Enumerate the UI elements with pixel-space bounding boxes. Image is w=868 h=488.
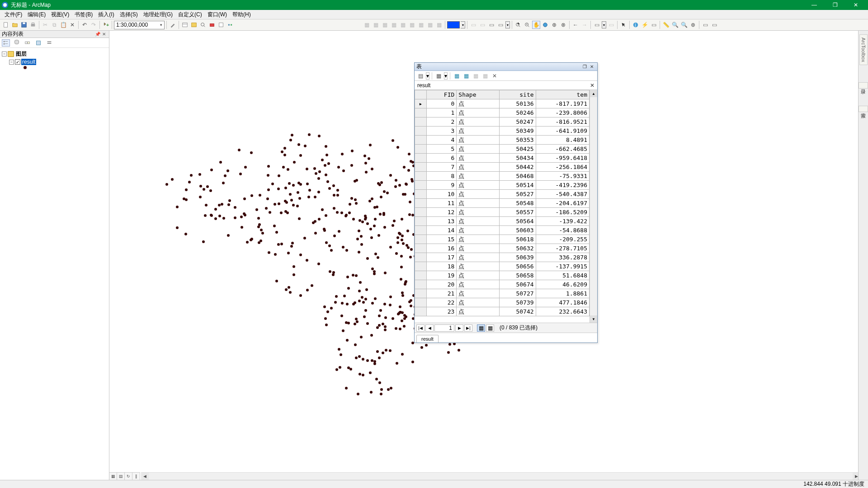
col-header-tem[interactable]: tem bbox=[536, 90, 589, 99]
cell-tem[interactable]: 477.1846 bbox=[536, 298, 589, 307]
nav-prev-button[interactable]: ◀ bbox=[425, 324, 434, 332]
attr-tbl-related-dd[interactable]: ▾ bbox=[444, 72, 448, 80]
cell-shape[interactable]: 点 bbox=[457, 163, 500, 172]
cell-shape[interactable]: 点 bbox=[457, 271, 500, 280]
refresh-button[interactable]: ↻ bbox=[125, 473, 132, 480]
toc-layer-toggle[interactable]: − bbox=[9, 60, 14, 65]
table-row[interactable]: 2点50247-816.9521 bbox=[415, 117, 590, 127]
menu-insert[interactable]: 插入(I) bbox=[95, 10, 117, 19]
dock-arctoolbox[interactable]: ArcToolbox bbox=[859, 34, 868, 65]
cell-shape[interactable]: 点 bbox=[457, 145, 500, 154]
menu-select[interactable]: 选择(S) bbox=[117, 10, 141, 19]
attr-table-tab[interactable]: result bbox=[416, 335, 439, 343]
cell-tem[interactable]: -278.7105 bbox=[536, 244, 589, 253]
attr-table-close-button[interactable]: ✕ bbox=[588, 64, 595, 70]
minimize-button[interactable]: — bbox=[804, 0, 825, 10]
toc-layer-checkbox[interactable]: ✓ bbox=[15, 59, 20, 65]
cell-site[interactable]: 50639 bbox=[500, 253, 536, 262]
table-row[interactable]: 6点50434-959.6418 bbox=[415, 154, 590, 163]
cut-button[interactable]: ✂ bbox=[41, 21, 49, 29]
cell-tem[interactable]: -75.9331 bbox=[536, 172, 589, 181]
cell-site[interactable]: 50425 bbox=[500, 145, 536, 154]
pause-button[interactable]: ‖ bbox=[132, 473, 140, 480]
row-selector[interactable] bbox=[415, 163, 427, 172]
attr-tbl-select-by-attr[interactable]: ▦ bbox=[453, 72, 461, 80]
table-row[interactable]: 13点50564-139.422 bbox=[415, 217, 590, 226]
cell-tem[interactable]: -186.5209 bbox=[536, 208, 589, 217]
cell-fid[interactable]: 9 bbox=[427, 181, 457, 190]
draw-btn2[interactable]: ▭ bbox=[478, 21, 486, 29]
cell-site[interactable]: 50632 bbox=[500, 244, 536, 253]
cell-tem[interactable]: 46.6209 bbox=[536, 280, 589, 289]
highlight-color-dd[interactable]: ▾ bbox=[461, 21, 465, 28]
cell-fid[interactable]: 16 bbox=[427, 244, 457, 253]
cell-site[interactable]: 50557 bbox=[500, 208, 536, 217]
table-row[interactable]: 12点50557-186.5209 bbox=[415, 208, 590, 217]
cell-shape[interactable]: 点 bbox=[457, 226, 500, 235]
row-selector[interactable] bbox=[415, 217, 427, 226]
cell-tem[interactable]: 336.2878 bbox=[536, 253, 589, 262]
cell-site[interactable]: 50658 bbox=[500, 271, 536, 280]
row-selector[interactable] bbox=[415, 145, 427, 154]
toc-options[interactable] bbox=[45, 39, 53, 47]
attr-tbl-options-dd[interactable]: ▾ bbox=[426, 72, 429, 80]
nav-next-button[interactable]: ▶ bbox=[455, 324, 463, 332]
cell-tem[interactable]: -817.1971 bbox=[536, 99, 589, 108]
cell-tem[interactable]: 1.8861 bbox=[536, 289, 589, 298]
toc-close-button[interactable]: ✕ bbox=[101, 31, 107, 38]
cell-shape[interactable]: 点 bbox=[457, 117, 500, 127]
draw-btn1[interactable]: ▭ bbox=[469, 21, 477, 29]
attr-scroll-up[interactable]: ▲ bbox=[590, 90, 597, 97]
row-selector[interactable] bbox=[415, 190, 427, 199]
html-popup-button[interactable]: ▭ bbox=[650, 21, 658, 29]
table-row[interactable]: 23点50742232.6643 bbox=[415, 307, 590, 316]
cell-fid[interactable]: 18 bbox=[427, 262, 457, 271]
forward-button[interactable]: → bbox=[580, 21, 589, 29]
cell-site[interactable]: 50656 bbox=[500, 262, 536, 271]
toc-layer-symbol[interactable] bbox=[24, 66, 27, 69]
cell-fid[interactable]: 19 bbox=[427, 271, 457, 280]
nav-record-input[interactable]: 1 bbox=[434, 324, 454, 332]
attr-tbl-switch-selection[interactable]: ▦ bbox=[462, 72, 470, 80]
cell-site[interactable]: 50742 bbox=[500, 307, 536, 316]
cell-shape[interactable]: 点 bbox=[457, 262, 500, 271]
table-row[interactable]: 20点5067446.6209 bbox=[415, 280, 590, 289]
nav-last-button[interactable]: ▶| bbox=[464, 324, 472, 332]
row-selector[interactable] bbox=[415, 199, 427, 208]
table-row[interactable]: 8点50468-75.9331 bbox=[415, 172, 590, 181]
cell-fid[interactable]: 11 bbox=[427, 199, 457, 208]
row-selector[interactable] bbox=[415, 235, 427, 244]
full-extent-button[interactable] bbox=[541, 21, 549, 29]
georef-btn2[interactable]: ▦ bbox=[372, 21, 380, 29]
cell-fid[interactable]: 1 bbox=[427, 108, 457, 117]
row-selector[interactable] bbox=[415, 208, 427, 217]
identify-button[interactable]: i bbox=[632, 21, 640, 29]
cell-tem[interactable]: -209.255 bbox=[536, 235, 589, 244]
table-row[interactable]: 16点50632-278.7105 bbox=[415, 244, 590, 253]
fixed-zoom-in-button[interactable]: ⊕ bbox=[550, 21, 558, 29]
row-selector[interactable] bbox=[415, 280, 427, 289]
row-selector[interactable] bbox=[415, 108, 427, 117]
cell-fid[interactable]: 12 bbox=[427, 208, 457, 217]
cell-site[interactable]: 50618 bbox=[500, 235, 536, 244]
cell-shape[interactable]: 点 bbox=[457, 127, 500, 136]
undo-button[interactable]: ↶ bbox=[80, 21, 89, 29]
row-selector[interactable] bbox=[415, 262, 427, 271]
menu-view[interactable]: 视图(V) bbox=[48, 10, 72, 19]
row-selector[interactable] bbox=[415, 298, 427, 307]
maximize-button[interactable]: ❐ bbox=[825, 0, 845, 10]
select-features-button[interactable]: ▭ bbox=[593, 21, 601, 29]
cell-site[interactable]: 50727 bbox=[500, 289, 536, 298]
georef-btn3[interactable]: ▦ bbox=[381, 21, 389, 29]
cell-site[interactable]: 50434 bbox=[500, 154, 536, 163]
attr-table-vscroll[interactable]: ▲ ▼ bbox=[590, 90, 597, 323]
cell-shape[interactable]: 点 bbox=[457, 235, 500, 244]
select-elements-button[interactable] bbox=[619, 21, 627, 29]
cell-tem[interactable]: 51.6848 bbox=[536, 271, 589, 280]
cell-tem[interactable]: 8.4891 bbox=[536, 136, 589, 145]
cell-shape[interactable]: 点 bbox=[457, 307, 500, 316]
cell-shape[interactable]: 点 bbox=[457, 217, 500, 226]
cell-shape[interactable]: 点 bbox=[457, 280, 500, 289]
search-button[interactable] bbox=[199, 21, 207, 29]
toc-list-by-visibility[interactable] bbox=[24, 39, 32, 47]
